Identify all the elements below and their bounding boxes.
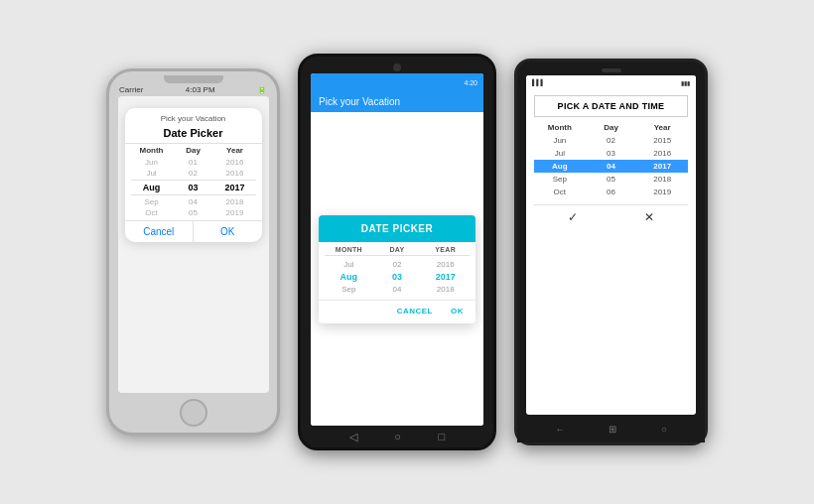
windows-picker-header: Month Day Year [534,121,688,134]
android-day-col: DAY 02 03 04 [373,246,422,296]
windows-search-icon[interactable]: ○ [661,424,667,435]
ios-time: 4:03 PM [186,85,215,94]
ios-screen: Pick your Vacation Date Picker Month Jun… [118,96,269,393]
android-title-bar: Pick your Vacation [311,91,483,112]
windows-top-bar [517,62,705,75]
windows-month-header: Month [534,123,586,132]
ios-row-selected[interactable]: Aug [143,182,161,193]
android-year-col: YEAR 2016 2017 2018 [421,246,470,296]
ios-home-button[interactable] [180,399,207,427]
windows-back-icon[interactable]: ← [555,424,565,435]
android-row: 2016 [437,259,455,271]
ios-year-header: Year [226,146,243,155]
ios-month-header: Month [140,146,164,155]
android-row-selected[interactable]: 2017 [436,271,456,284]
ios-row: 2019 [226,207,244,218]
windows-row: Jun022015 [534,134,688,147]
windows-row-selected[interactable]: Aug042017 [534,160,688,173]
windows-cancel-button[interactable]: ✕ [644,210,654,224]
android-back-icon[interactable]: ◁ [349,431,357,443]
windows-start-icon[interactable]: ⊞ [609,424,616,435]
ios-dialog-subtitle: Pick your Vacation [125,108,262,125]
ios-cancel-button[interactable]: Cancel [125,221,194,242]
ios-row: 01 [189,157,198,168]
android-date-picker-dialog: DATE PICKER MONTH Jul Aug Sep DAY 02 03 … [319,215,475,323]
ios-row: 2018 [226,196,244,207]
android-month-col: MONTH Jul Aug Sep [325,246,373,296]
ios-sep [173,194,214,195]
android-row: 04 [393,284,402,296]
windows-row: Jul032016 [534,147,688,160]
windows-dialog-title: PICK A DATE AND TIME [534,95,688,117]
ios-sep [131,180,173,181]
windows-year-header: Year [636,123,688,132]
android-nav-bar: ◁ ○ □ [311,426,483,447]
ios-row: 05 [189,207,198,218]
android-row: 02 [393,259,402,271]
ios-status-bar: Carrier 4:03 PM 🔋 [109,83,277,96]
ios-date-picker-dialog: Pick your Vacation Date Picker Month Jun… [125,108,262,242]
ios-sep [173,180,214,181]
windows-phone: ▌▌▌ ▮▮▮ PICK A DATE AND TIME Month Day Y… [514,59,708,445]
ios-sep [131,194,173,195]
ios-row: 02 [189,168,198,179]
windows-confirm-button[interactable]: ✓ [568,210,578,224]
android-content: DATE PICKER MONTH Jul Aug Sep DAY 02 03 … [311,112,483,426]
windows-row: Oct062019 [534,186,688,198]
ios-month-col: Month Jun Jul Aug Sep Oct [131,146,173,218]
ios-row: Jul [146,168,156,179]
ios-sep [214,194,256,195]
android-recents-icon[interactable]: □ [439,431,446,442]
ios-row: Oct [145,207,157,218]
ios-ok-button[interactable]: OK [193,221,262,242]
windows-signal: ▌▌▌ [532,79,545,85]
android-picker: MONTH Jul Aug Sep DAY 02 03 04 YEAR 2016 [319,242,475,300]
windows-row: Sep052018 [534,173,688,186]
windows-picker: Month Day Year Jun022015 Jul032016 Aug04… [534,121,688,198]
ios-notch [164,75,223,83]
windows-content: PICK A DATE AND TIME Month Day Year Jun0… [526,89,696,415]
android-app-title: Pick your Vacation [319,96,400,107]
android-dialog-header: DATE PICKER [319,215,475,242]
android-row-selected[interactable]: 03 [392,271,402,284]
android-row: 2018 [437,284,455,296]
android-day-header: DAY [373,246,422,256]
android-phone: 4:20 Pick your Vacation DATE PICKER MONT… [298,54,496,450]
android-row-selected[interactable]: Aug [340,271,358,284]
ios-sep [214,180,256,181]
windows-battery: ▮▮▮ [681,79,690,86]
android-time: 4:20 [464,79,477,86]
ios-year-col: Year 2016 2016 2017 2018 2019 [214,146,256,218]
windows-speaker [602,68,621,72]
ios-day-header: Day [186,146,201,155]
ios-row: Jun [145,157,158,168]
windows-status-bar: ▌▌▌ ▮▮▮ [526,75,696,89]
ios-day-col: Day 01 02 03 04 05 [173,146,214,218]
ios-row: 2016 [226,168,244,179]
android-dialog-buttons: CANCEL OK [319,300,475,323]
android-month-header: MONTH [325,246,373,256]
ios-dialog-title: Date Picker [125,125,262,144]
android-status-bar: 4:20 [311,73,483,91]
android-cancel-button[interactable]: CANCEL [393,305,437,317]
ios-row: Sep [144,196,158,207]
android-camera [393,63,401,71]
ios-phone: Carrier 4:03 PM 🔋 Pick your Vacation Dat… [106,68,280,436]
android-screen: 4:20 Pick your Vacation DATE PICKER MONT… [311,73,483,426]
ios-row-selected[interactable]: 2017 [224,182,244,193]
windows-bottom-bar: ← ⊞ ○ [517,415,705,442]
ios-battery: 🔋 [257,85,267,94]
ios-row: 04 [189,196,198,207]
ios-row: 2016 [226,157,244,168]
ios-picker: Month Jun Jul Aug Sep Oct Day 01 02 03 [125,144,262,220]
android-home-icon[interactable]: ○ [394,431,401,442]
android-year-header: YEAR [421,246,470,256]
android-row: Sep [341,284,355,296]
android-ok-button[interactable]: OK [447,305,468,317]
ios-dialog-buttons: Cancel OK [125,220,262,242]
windows-dialog-actions: ✓ ✕ [534,204,688,224]
ios-row-selected[interactable]: 03 [188,182,198,193]
ios-carrier: Carrier [119,85,143,94]
windows-day-header: Day [586,123,637,132]
android-row: Jul [343,259,353,271]
